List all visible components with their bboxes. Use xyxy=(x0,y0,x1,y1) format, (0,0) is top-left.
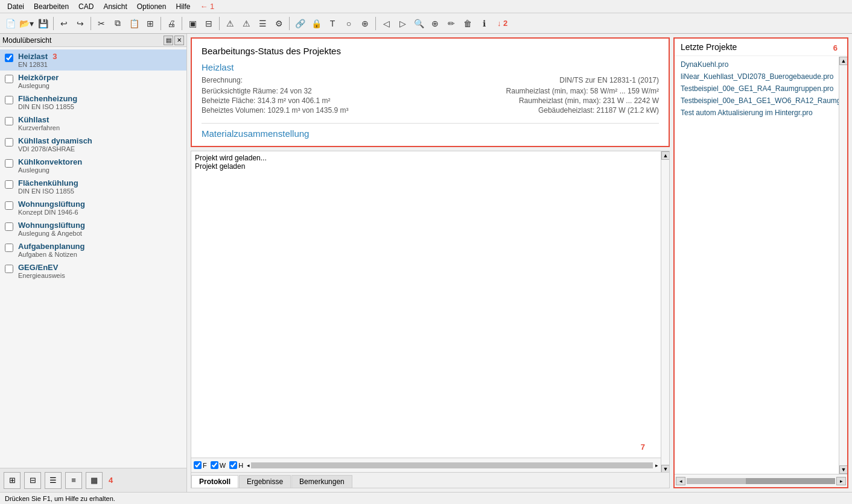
log-check-f[interactable]: F xyxy=(194,461,207,469)
toolbar-search[interactable]: 🔍 xyxy=(411,16,427,31)
right-scroll-down[interactable]: ▼ xyxy=(839,465,848,474)
right-panel: Letzte Projekte 6 DynaKuehl.pro liNear_K… xyxy=(673,37,848,488)
module-checkbox-kuehllast[interactable] xyxy=(5,117,13,125)
sidebar-btn-lines[interactable]: ≡ xyxy=(65,472,82,489)
right-scroll-track-h[interactable] xyxy=(687,478,835,484)
sidebar-btn-grid[interactable]: ⊞ xyxy=(4,472,21,489)
module-name-wohnungslueftung1: Wohnungslüftung xyxy=(18,200,85,209)
toolbar-lock[interactable]: 🔒 xyxy=(308,16,324,31)
scroll-right-btn-right[interactable]: ▸ xyxy=(836,477,846,485)
separator-2 xyxy=(91,17,91,30)
scroll-left-btn-right[interactable]: ◂ xyxy=(676,477,685,485)
sidebar-btn-table[interactable]: ⊟ xyxy=(24,472,41,489)
module-item-flaechenkuehlung[interactable]: Flächenkühlung DIN EN ISO 11855 xyxy=(0,176,186,197)
log-scrollbar-h[interactable] xyxy=(251,462,653,468)
module-checkbox-wohnungslueftung2[interactable] xyxy=(5,222,13,231)
toolbar-arrow-left[interactable]: ◁ xyxy=(378,16,394,31)
module-item-heizkoerper[interactable]: Heizkörper Auslegung xyxy=(0,71,186,92)
toolbar-link[interactable]: 🔗 xyxy=(292,16,308,31)
module-sub-kuehlkonvektoren: Auslegung xyxy=(18,166,82,174)
module-item-heizlast[interactable]: Heizlast EN 12831 3 xyxy=(0,49,186,71)
menu-datei[interactable]: Datei xyxy=(2,1,29,12)
menu-hilfe[interactable]: Hilfe xyxy=(171,1,195,12)
toolbar-delete[interactable]: 🗑 xyxy=(460,16,475,31)
module-checkbox-heizlast[interactable] xyxy=(5,54,13,62)
details-row: Berücksichtigte Räume: 24 von 32 Beheizt… xyxy=(202,87,659,116)
project-item-2[interactable]: Testbeispiel_00e_GE1_RA4_Raumgruppen.pro xyxy=(675,83,847,95)
toolbar-print[interactable]: 🖨 xyxy=(164,16,179,31)
module-item-wohnungslueftung1[interactable]: Wohnungslüftung Konzept DIN 1946-6 xyxy=(0,197,186,218)
toolbar-paste[interactable]: 📋 xyxy=(126,16,142,31)
toolbar-search2[interactable]: ⊕ xyxy=(427,16,443,31)
menu-ansicht[interactable]: Ansicht xyxy=(98,1,132,12)
module-sub-heizkoerper: Auslegung xyxy=(18,82,59,89)
toolbar-undo[interactable]: ↩ xyxy=(56,16,72,31)
scroll-track-v xyxy=(661,160,669,465)
toolbar-list[interactable]: ☰ xyxy=(255,16,270,31)
scroll-right-btn[interactable]: ▸ xyxy=(655,462,658,468)
center-area: Bearbeitungs-Status des Projektes Heizla… xyxy=(187,34,673,492)
sidebar-btn-block[interactable]: ▦ xyxy=(86,472,103,489)
raeume-right: Raumheizlast (min, max): 58 W/m² ... 159… xyxy=(506,87,659,95)
toolbar-gear[interactable]: ⚙ xyxy=(271,16,287,31)
module-item-kuehlkonvektoren[interactable]: Kühlkonvektoren Auslegung xyxy=(0,155,186,176)
module-item-geg[interactable]: GEG/EnEV Energieausweis xyxy=(0,260,186,282)
module-checkbox-kuehlkonvektoren[interactable] xyxy=(5,159,13,168)
scroll-up-btn[interactable]: ▲ xyxy=(661,151,670,160)
toolbar-circle[interactable]: ○ xyxy=(341,16,357,31)
toolbar-node[interactable]: ⊕ xyxy=(357,16,373,31)
toolbar-grid2[interactable]: ⊟ xyxy=(201,16,217,31)
log-content: Projekt wird geladen... Projekt geladen xyxy=(191,151,669,488)
project-item-0[interactable]: DynaKuehl.pro xyxy=(675,58,847,71)
module-item-kuehllast[interactable]: Kühllast Kurzverfahren xyxy=(0,113,186,134)
log-check-h[interactable]: H xyxy=(229,461,243,469)
right-scroll-up[interactable]: ▲ xyxy=(839,57,848,65)
module-checkbox-geg[interactable] xyxy=(5,265,13,273)
toolbar-paste2[interactable]: ⊞ xyxy=(142,16,158,31)
module-name-flaechenheizung: Flächenheizung xyxy=(18,94,77,103)
module-checkbox-flaechenkuehlung[interactable] xyxy=(5,180,13,189)
module-item-wohnungslueftung2[interactable]: Wohnungslüftung Auslegung & Angebot xyxy=(0,218,186,239)
module-checkbox-heizkoerper[interactable] xyxy=(5,75,13,83)
project-item-4[interactable]: Test autom Aktualisierung im Hintergr.pr… xyxy=(675,107,847,119)
toolbar-cut[interactable]: ✂ xyxy=(94,16,109,31)
tab-bemerkungen[interactable]: Bemerkungen xyxy=(291,475,352,488)
module-checkbox-flaechenheizung[interactable] xyxy=(5,96,13,104)
module-name-kuehlkonvektoren: Kühlkonvektoren xyxy=(18,157,82,166)
sidebar-close-btn[interactable]: ✕ xyxy=(174,36,184,45)
menu-optionen[interactable]: Optionen xyxy=(132,1,171,12)
project-item-1[interactable]: liNear_Kuehllast_VDI2078_Buerogebaeude.p… xyxy=(675,71,847,83)
toolbar-redo[interactable]: ↪ xyxy=(72,16,88,31)
sidebar-float-btn[interactable]: ▤ xyxy=(164,36,173,45)
toolbar-copy[interactable]: ⧉ xyxy=(110,16,126,31)
toolbar-pen[interactable]: ✏ xyxy=(443,16,459,31)
module-checkbox-kuehllast-dyn[interactable] xyxy=(5,138,13,146)
toolbar-grid1[interactable]: ▣ xyxy=(185,16,200,31)
sidebar-btn-list[interactable]: ☰ xyxy=(45,472,62,489)
toolbar-warn2[interactable]: ⚠ xyxy=(238,16,254,31)
module-sub-heizlast: EN 12831 xyxy=(18,61,48,68)
project-item-3[interactable]: Testbeispiel_00e_BA1_GE1_WO6_RA12_Raumgr… xyxy=(675,95,847,107)
log-check-w[interactable]: W xyxy=(211,461,226,469)
module-name-wohnungslueftung2: Wohnungslüftung xyxy=(18,221,85,230)
module-item-flaechenheizung[interactable]: Flächenheizung DIN EN ISO 11855 xyxy=(0,92,186,113)
status-panel: Bearbeitungs-Status des Projektes Heizla… xyxy=(191,37,670,147)
toolbar-save[interactable]: 💾 xyxy=(35,16,51,31)
toolbar-warn1[interactable]: ⚠ xyxy=(222,16,238,31)
tab-protokoll[interactable]: Protokoll xyxy=(191,475,238,488)
module-checkbox-wohnungslueftung1[interactable] xyxy=(5,201,13,210)
toolbar-text[interactable]: T xyxy=(325,16,340,31)
tab-ergebnisse[interactable]: Ergebnisse xyxy=(239,475,291,488)
toolbar-new[interactable]: 📄 xyxy=(2,16,18,31)
module-item-kuehllast-dyn[interactable]: Kühllast dynamisch VDI 2078/ASHRAE xyxy=(0,134,186,155)
toolbar-info[interactable]: ℹ xyxy=(476,16,492,31)
menu-cad[interactable]: CAD xyxy=(74,1,98,12)
module-item-aufgabenplanung[interactable]: Aufgabenplanung Aufgaben & Notizen xyxy=(0,239,186,260)
log-line-1: Projekt wird geladen... xyxy=(195,154,666,162)
menu-bearbeiten[interactable]: Bearbeiten xyxy=(29,1,74,12)
annotation-6: 6 xyxy=(833,43,838,52)
module-checkbox-aufgabenplanung[interactable] xyxy=(5,244,13,252)
toolbar-open-dropdown[interactable]: 📂▾ xyxy=(19,16,34,31)
toolbar-arrow-right[interactable]: ▷ xyxy=(395,16,410,31)
scroll-left-btn[interactable]: ◂ xyxy=(247,462,250,468)
